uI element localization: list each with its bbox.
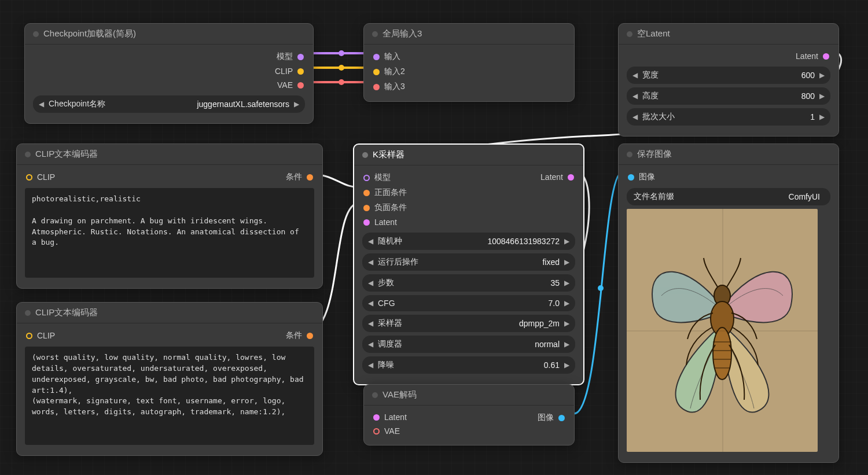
chevron-right-icon[interactable]: ▶: [819, 92, 825, 100]
port-dot-icon[interactable]: [373, 428, 380, 435]
prompt-textarea[interactable]: (worst quality, low quality, normal qual…: [25, 347, 314, 445]
chevron-left-icon[interactable]: ◀: [368, 258, 373, 266]
port-dot-icon[interactable]: [26, 174, 32, 181]
collapse-dot-icon[interactable]: [25, 310, 31, 316]
input-port-model[interactable]: 模型: [360, 170, 537, 185]
port-dot-icon[interactable]: [363, 175, 370, 181]
node-header[interactable]: 保存图像: [619, 144, 838, 165]
output-port-latent[interactable]: Latent: [624, 49, 833, 63]
height-stepper[interactable]: ◀ 高度 800 ▶: [627, 87, 830, 105]
port-dot-icon[interactable]: [373, 54, 380, 60]
input-port-latent[interactable]: Latent: [370, 410, 410, 424]
cfg-stepper[interactable]: ◀ CFG 7.0 ▶: [362, 295, 575, 311]
collapse-dot-icon[interactable]: [372, 392, 378, 398]
chevron-left-icon[interactable]: ◀: [368, 279, 373, 287]
input-port-latent[interactable]: Latent: [360, 215, 537, 229]
width-stepper[interactable]: ◀ 宽度 600 ▶: [627, 67, 830, 84]
output-port-cond[interactable]: 条件: [282, 328, 317, 343]
chevron-right-icon[interactable]: ▶: [819, 71, 825, 79]
output-port-vae[interactable]: VAE: [31, 78, 307, 92]
denoise-stepper[interactable]: ◀ 降噪 0.61 ▶: [362, 356, 575, 374]
node-header[interactable]: CLIP文本编码器: [17, 144, 322, 165]
chevron-left-icon[interactable]: ◀: [368, 237, 373, 245]
input-port-clip[interactable]: CLIP: [23, 170, 58, 185]
chevron-left-icon[interactable]: ◀: [368, 299, 373, 307]
port-dot-icon[interactable]: [307, 333, 313, 339]
port-dot-icon[interactable]: [363, 190, 370, 196]
node-clip-encode-negative[interactable]: CLIP文本编码器 CLIP 条件 (worst quality, low qu…: [16, 302, 323, 456]
collapse-dot-icon[interactable]: [627, 31, 632, 37]
port-dot-icon[interactable]: [297, 54, 304, 60]
node-save-image[interactable]: 保存图像 图像 文件名前缀 ComfyUI: [618, 143, 839, 463]
port-dot-icon[interactable]: [373, 69, 380, 75]
chevron-left-icon[interactable]: ◀: [368, 340, 373, 348]
collapse-dot-icon[interactable]: [25, 152, 31, 157]
filename-prefix-field[interactable]: 文件名前缀 ComfyUI: [627, 188, 830, 205]
chevron-right-icon[interactable]: ▶: [564, 340, 569, 348]
port-dot-icon[interactable]: [568, 174, 574, 181]
chevron-right-icon[interactable]: ▶: [564, 258, 569, 266]
input-port-negative[interactable]: 负面条件: [360, 200, 537, 215]
collapse-dot-icon[interactable]: [372, 31, 378, 37]
chevron-left-icon[interactable]: ◀: [632, 92, 638, 100]
prompt-textarea[interactable]: photorealistic,realistic A drawing on pa…: [25, 188, 314, 278]
node-empty-latent[interactable]: 空Latent Latent ◀ 宽度 600 ▶ ◀ 高度 800 ▶ ◀ 批…: [618, 23, 839, 137]
output-port-cond[interactable]: 条件: [282, 170, 317, 185]
input-port-2[interactable]: 输入2: [370, 64, 568, 79]
input-port-3[interactable]: 输入3: [370, 79, 568, 94]
steps-stepper[interactable]: ◀ 步数 35 ▶: [362, 274, 575, 292]
port-dot-icon[interactable]: [823, 53, 829, 60]
port-dot-icon[interactable]: [307, 174, 313, 181]
chevron-left-icon[interactable]: ◀: [632, 113, 638, 121]
input-port-vae[interactable]: VAE: [370, 424, 410, 438]
output-port-image[interactable]: 图像: [534, 410, 568, 425]
chevron-left-icon[interactable]: ◀: [39, 100, 44, 108]
port-dot-icon[interactable]: [373, 84, 380, 90]
scheduler-select[interactable]: ◀ 调度器 normal ▶: [362, 336, 575, 353]
node-header[interactable]: K采样器: [354, 145, 583, 165]
chevron-right-icon[interactable]: ▶: [294, 100, 299, 108]
chevron-left-icon[interactable]: ◀: [368, 361, 373, 369]
node-header[interactable]: CLIP文本编码器: [17, 303, 322, 323]
node-vae-decode[interactable]: VAE解码 Latent VAE 图像: [363, 384, 575, 445]
chevron-right-icon[interactable]: ▶: [564, 361, 569, 369]
collapse-dot-icon[interactable]: [33, 31, 39, 37]
collapse-dot-icon[interactable]: [627, 152, 632, 157]
port-dot-icon[interactable]: [363, 205, 370, 211]
chevron-right-icon[interactable]: ▶: [564, 319, 569, 327]
chevron-right-icon[interactable]: ▶: [564, 237, 569, 245]
port-dot-icon[interactable]: [628, 174, 634, 181]
checkpoint-name-select[interactable]: ◀ Checkpoint名称 juggernautXL.safetensors …: [33, 95, 305, 113]
output-port-clip[interactable]: CLIP: [31, 64, 307, 78]
image-preview[interactable]: [627, 209, 818, 452]
input-port-1[interactable]: 输入: [370, 49, 568, 64]
port-dot-icon[interactable]: [297, 68, 304, 75]
port-dot-icon[interactable]: [26, 333, 32, 339]
port-dot-icon[interactable]: [297, 82, 304, 89]
node-global-input[interactable]: 全局输入3 输入 输入2 输入3: [363, 23, 575, 102]
input-port-clip[interactable]: CLIP: [23, 328, 58, 343]
chevron-left-icon[interactable]: ◀: [632, 71, 638, 79]
node-clip-encode-positive[interactable]: CLIP文本编码器 CLIP 条件 photorealistic,realist…: [16, 143, 323, 289]
node-ksampler[interactable]: K采样器 模型 正面条件 负面条件 Latent: [353, 143, 584, 385]
input-port-image[interactable]: 图像: [624, 170, 833, 185]
output-port-model[interactable]: 模型: [31, 49, 307, 64]
port-dot-icon[interactable]: [363, 219, 370, 226]
chevron-right-icon[interactable]: ▶: [564, 279, 569, 287]
node-header[interactable]: 空Latent: [619, 24, 838, 45]
chevron-right-icon[interactable]: ▶: [819, 113, 825, 121]
node-header[interactable]: 全局输入3: [364, 24, 574, 45]
sampler-select[interactable]: ◀ 采样器 dpmpp_2m ▶: [362, 315, 575, 332]
seed-stepper[interactable]: ◀ 随机种 1008466131983272 ▶: [362, 233, 575, 250]
port-dot-icon[interactable]: [558, 415, 565, 421]
collapse-dot-icon[interactable]: [362, 152, 368, 158]
node-header[interactable]: VAE解码: [364, 385, 574, 406]
node-header[interactable]: Checkpoint加载器(简易): [25, 24, 313, 45]
output-port-latent[interactable]: Latent: [537, 170, 578, 184]
after-generate-select[interactable]: ◀ 运行后操作 fixed ▶: [362, 253, 575, 271]
chevron-right-icon[interactable]: ▶: [564, 299, 569, 307]
batch-stepper[interactable]: ◀ 批次大小 1 ▶: [627, 108, 830, 126]
input-port-positive[interactable]: 正面条件: [360, 185, 537, 200]
chevron-left-icon[interactable]: ◀: [368, 319, 373, 327]
port-dot-icon[interactable]: [373, 414, 380, 421]
